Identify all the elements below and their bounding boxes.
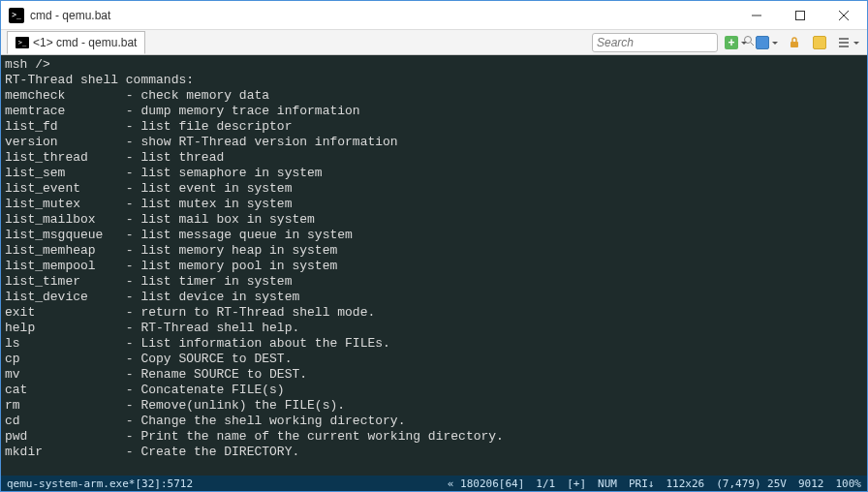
terminal-icon: >_ — [16, 37, 29, 48]
window-list-button[interactable] — [753, 33, 780, 52]
lock-button[interactable] — [784, 33, 805, 52]
window-icon — [756, 36, 769, 49]
status-build: « 180206[64] — [448, 477, 524, 490]
window-title: cmd - qemu.bat — [30, 9, 110, 22]
plus-icon: + — [725, 36, 738, 49]
maximize-button[interactable] — [778, 1, 822, 29]
close-button[interactable] — [822, 1, 865, 29]
tab-label: <1> cmd - qemu.bat — [33, 36, 137, 49]
status-pos: 1/1 — [536, 477, 555, 490]
status-pri: PRI↓ — [629, 477, 655, 490]
status-cursor: [+] — [567, 477, 586, 490]
status-zoom: 100% — [836, 477, 862, 490]
notes-icon — [813, 36, 826, 49]
terminal-output[interactable]: msh /> RT-Thread shell commands: memchec… — [1, 55, 867, 476]
status-size: 112x26 — [666, 477, 704, 490]
tab-active[interactable]: >_ <1> cmd - qemu.bat — [7, 31, 145, 54]
status-process: qemu-system-arm.exe*[32]:5712 — [7, 477, 193, 490]
status-bar: qemu-system-arm.exe*[32]:5712 « 180206[6… — [1, 476, 867, 491]
lock-icon — [788, 36, 801, 49]
menu-button[interactable] — [834, 33, 861, 52]
status-mem: 9012 — [798, 477, 824, 490]
svg-rect-6 — [790, 42, 798, 47]
status-num: NUM — [598, 477, 617, 490]
window-titlebar: >_ cmd - qemu.bat — [1, 1, 867, 30]
status-coords: (7,479) 25V — [716, 477, 787, 490]
tab-toolbar: >_ <1> cmd - qemu.bat + — [1, 30, 867, 55]
search-box[interactable] — [592, 33, 718, 52]
hamburger-icon — [837, 36, 851, 49]
new-tab-button[interactable]: + — [722, 33, 749, 52]
minimize-button[interactable] — [734, 1, 778, 29]
svg-rect-1 — [795, 11, 804, 19]
app-icon: >_ — [9, 8, 24, 23]
notes-button[interactable] — [809, 33, 830, 52]
